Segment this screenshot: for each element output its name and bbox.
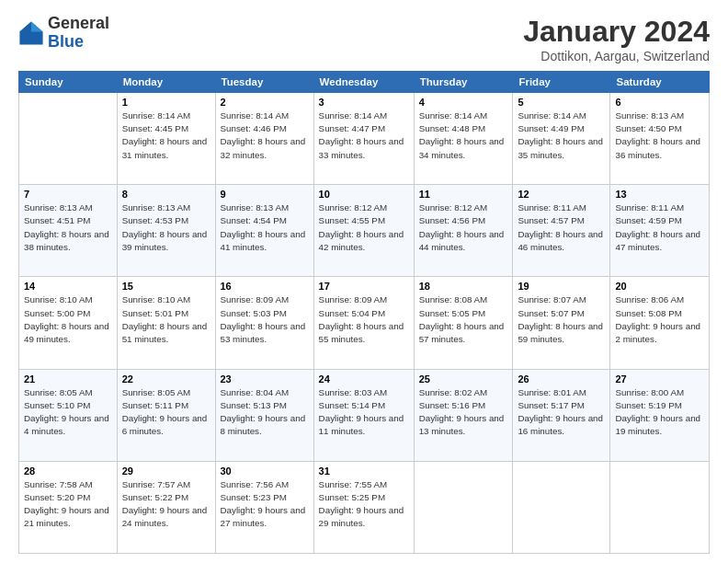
header: General Blue January 2024 Dottikon, Aarg… xyxy=(18,15,710,63)
day-info: Sunrise: 8:08 AM Sunset: 5:05 PM Dayligh… xyxy=(419,293,508,346)
table-row: 14Sunrise: 8:10 AM Sunset: 5:00 PM Dayli… xyxy=(19,277,118,369)
table-row: 24Sunrise: 8:03 AM Sunset: 5:14 PM Dayli… xyxy=(313,369,414,461)
day-info: Sunrise: 8:11 AM Sunset: 4:57 PM Dayligh… xyxy=(518,201,605,254)
col-saturday: Saturday xyxy=(610,72,710,93)
day-number: 6 xyxy=(615,97,704,108)
logo: General Blue xyxy=(18,15,109,52)
calendar-table: Sunday Monday Tuesday Wednesday Thursday… xyxy=(18,71,710,554)
logo-general: General xyxy=(48,14,109,32)
day-number: 2 xyxy=(221,97,309,108)
day-info: Sunrise: 7:56 AM Sunset: 5:23 PM Dayligh… xyxy=(221,478,309,531)
day-info: Sunrise: 8:14 AM Sunset: 4:47 PM Dayligh… xyxy=(319,109,409,162)
day-info: Sunrise: 8:04 AM Sunset: 5:13 PM Dayligh… xyxy=(221,386,309,439)
table-row: 18Sunrise: 8:08 AM Sunset: 5:05 PM Dayli… xyxy=(414,277,513,369)
day-info: Sunrise: 8:11 AM Sunset: 4:59 PM Dayligh… xyxy=(615,201,704,254)
day-info: Sunrise: 8:06 AM Sunset: 5:08 PM Dayligh… xyxy=(615,293,704,346)
day-info: Sunrise: 8:03 AM Sunset: 5:14 PM Dayligh… xyxy=(319,386,409,439)
table-row: 22Sunrise: 8:05 AM Sunset: 5:11 PM Dayli… xyxy=(117,369,215,461)
table-row xyxy=(414,461,513,553)
day-number: 31 xyxy=(319,465,409,477)
day-info: Sunrise: 8:14 AM Sunset: 4:48 PM Dayligh… xyxy=(419,109,508,162)
calendar-week-2: 7Sunrise: 8:13 AM Sunset: 4:51 PM Daylig… xyxy=(19,185,710,277)
table-row: 28Sunrise: 7:58 AM Sunset: 5:20 PM Dayli… xyxy=(19,461,118,553)
col-sunday: Sunday xyxy=(19,72,118,93)
day-number: 22 xyxy=(122,373,210,385)
day-number: 4 xyxy=(419,97,508,108)
day-number: 12 xyxy=(518,189,605,200)
col-friday: Friday xyxy=(513,72,610,93)
subtitle: Dottikon, Aargau, Switzerland xyxy=(523,49,710,63)
day-number: 20 xyxy=(615,281,704,292)
table-row: 29Sunrise: 7:57 AM Sunset: 5:22 PM Dayli… xyxy=(117,461,215,553)
logo-text: General Blue xyxy=(48,15,109,52)
title-block: January 2024 Dottikon, Aargau, Switzerla… xyxy=(523,15,710,63)
table-row: 5Sunrise: 8:14 AM Sunset: 4:49 PM Daylig… xyxy=(513,93,610,185)
day-info: Sunrise: 8:14 AM Sunset: 4:49 PM Dayligh… xyxy=(518,109,605,162)
day-info: Sunrise: 8:02 AM Sunset: 5:16 PM Dayligh… xyxy=(419,386,508,439)
day-info: Sunrise: 8:09 AM Sunset: 5:03 PM Dayligh… xyxy=(221,293,309,346)
table-row: 3Sunrise: 8:14 AM Sunset: 4:47 PM Daylig… xyxy=(313,93,414,185)
table-row xyxy=(19,93,118,185)
day-info: Sunrise: 8:07 AM Sunset: 5:07 PM Dayligh… xyxy=(518,293,605,346)
table-row xyxy=(610,461,710,553)
day-info: Sunrise: 8:13 AM Sunset: 4:51 PM Dayligh… xyxy=(24,201,112,254)
table-row: 12Sunrise: 8:11 AM Sunset: 4:57 PM Dayli… xyxy=(513,185,610,277)
calendar-week-3: 14Sunrise: 8:10 AM Sunset: 5:00 PM Dayli… xyxy=(19,277,710,369)
table-row: 4Sunrise: 8:14 AM Sunset: 4:48 PM Daylig… xyxy=(414,93,513,185)
table-row: 13Sunrise: 8:11 AM Sunset: 4:59 PM Dayli… xyxy=(610,185,710,277)
day-number: 8 xyxy=(122,189,210,200)
day-number: 28 xyxy=(24,465,112,477)
logo-blue: Blue xyxy=(48,32,84,51)
day-number: 11 xyxy=(419,189,508,200)
calendar-week-4: 21Sunrise: 8:05 AM Sunset: 5:10 PM Dayli… xyxy=(19,369,710,461)
table-row: 20Sunrise: 8:06 AM Sunset: 5:08 PM Dayli… xyxy=(610,277,710,369)
table-row xyxy=(513,461,610,553)
day-number: 17 xyxy=(319,281,409,292)
table-row: 27Sunrise: 8:00 AM Sunset: 5:19 PM Dayli… xyxy=(610,369,710,461)
day-info: Sunrise: 8:00 AM Sunset: 5:19 PM Dayligh… xyxy=(615,386,704,439)
svg-marker-1 xyxy=(31,21,43,31)
logo-icon xyxy=(18,20,44,46)
table-row: 1Sunrise: 8:14 AM Sunset: 4:45 PM Daylig… xyxy=(117,93,215,185)
table-row: 16Sunrise: 8:09 AM Sunset: 5:03 PM Dayli… xyxy=(215,277,313,369)
day-info: Sunrise: 8:12 AM Sunset: 4:56 PM Dayligh… xyxy=(419,201,508,254)
day-number: 29 xyxy=(122,465,210,477)
calendar-week-5: 28Sunrise: 7:58 AM Sunset: 5:20 PM Dayli… xyxy=(19,461,710,553)
table-row: 8Sunrise: 8:13 AM Sunset: 4:53 PM Daylig… xyxy=(117,185,215,277)
day-number: 15 xyxy=(122,281,210,292)
day-number: 27 xyxy=(615,373,704,385)
table-row: 10Sunrise: 8:12 AM Sunset: 4:55 PM Dayli… xyxy=(313,185,414,277)
day-number: 25 xyxy=(419,373,508,385)
day-info: Sunrise: 8:05 AM Sunset: 5:10 PM Dayligh… xyxy=(24,386,112,439)
page: General Blue January 2024 Dottikon, Aarg… xyxy=(0,0,728,563)
day-info: Sunrise: 8:05 AM Sunset: 5:11 PM Dayligh… xyxy=(122,386,210,439)
day-number: 26 xyxy=(518,373,605,385)
table-row: 31Sunrise: 7:55 AM Sunset: 5:25 PM Dayli… xyxy=(313,461,414,553)
table-row: 6Sunrise: 8:13 AM Sunset: 4:50 PM Daylig… xyxy=(610,93,710,185)
table-row: 9Sunrise: 8:13 AM Sunset: 4:54 PM Daylig… xyxy=(215,185,313,277)
table-row: 17Sunrise: 8:09 AM Sunset: 5:04 PM Dayli… xyxy=(313,277,414,369)
table-row: 11Sunrise: 8:12 AM Sunset: 4:56 PM Dayli… xyxy=(414,185,513,277)
col-monday: Monday xyxy=(117,72,215,93)
calendar-header-row: Sunday Monday Tuesday Wednesday Thursday… xyxy=(19,72,710,93)
day-number: 10 xyxy=(319,189,409,200)
table-row: 19Sunrise: 8:07 AM Sunset: 5:07 PM Dayli… xyxy=(513,277,610,369)
day-number: 14 xyxy=(24,281,112,292)
day-number: 30 xyxy=(221,465,309,477)
table-row: 7Sunrise: 8:13 AM Sunset: 4:51 PM Daylig… xyxy=(19,185,118,277)
day-info: Sunrise: 8:10 AM Sunset: 5:01 PM Dayligh… xyxy=(122,293,210,346)
col-thursday: Thursday xyxy=(414,72,513,93)
day-number: 3 xyxy=(319,97,409,108)
day-info: Sunrise: 8:12 AM Sunset: 4:55 PM Dayligh… xyxy=(319,201,409,254)
table-row: 21Sunrise: 8:05 AM Sunset: 5:10 PM Dayli… xyxy=(19,369,118,461)
day-info: Sunrise: 8:10 AM Sunset: 5:00 PM Dayligh… xyxy=(24,293,112,346)
day-info: Sunrise: 8:01 AM Sunset: 5:17 PM Dayligh… xyxy=(518,386,605,439)
table-row: 2Sunrise: 8:14 AM Sunset: 4:46 PM Daylig… xyxy=(215,93,313,185)
day-info: Sunrise: 7:57 AM Sunset: 5:22 PM Dayligh… xyxy=(122,478,210,531)
col-wednesday: Wednesday xyxy=(313,72,414,93)
day-info: Sunrise: 8:14 AM Sunset: 4:45 PM Dayligh… xyxy=(122,109,210,162)
day-number: 16 xyxy=(221,281,309,292)
calendar-week-1: 1Sunrise: 8:14 AM Sunset: 4:45 PM Daylig… xyxy=(19,93,710,185)
day-number: 5 xyxy=(518,97,605,108)
svg-marker-2 xyxy=(19,21,31,31)
